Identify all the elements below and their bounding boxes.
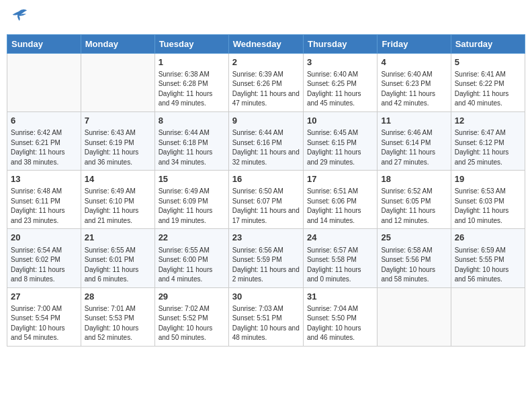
calendar-cell: 8Sunrise: 6:44 AM Sunset: 6:18 PM Daylig…: [154, 111, 228, 170]
day-number: 24: [307, 232, 373, 244]
day-info: Sunrise: 6:57 AM Sunset: 5:58 PM Dayligh…: [307, 246, 373, 285]
day-number: 6: [11, 115, 77, 127]
day-info: Sunrise: 6:49 AM Sunset: 6:10 PM Dayligh…: [85, 187, 151, 226]
calendar-cell: 29Sunrise: 7:02 AM Sunset: 5:52 PM Dayli…: [154, 287, 228, 346]
day-info: Sunrise: 7:01 AM Sunset: 5:53 PM Dayligh…: [85, 304, 151, 343]
calendar-cell: 22Sunrise: 6:55 AM Sunset: 6:00 PM Dayli…: [154, 229, 228, 287]
calendar-cell: 1Sunrise: 6:38 AM Sunset: 6:28 PM Daylig…: [154, 53, 228, 111]
weekday-header-saturday: Saturday: [451, 34, 525, 53]
day-info: Sunrise: 6:55 AM Sunset: 6:00 PM Dayligh…: [159, 246, 225, 285]
day-number: 26: [455, 232, 521, 244]
calendar-week-row: 1Sunrise: 6:38 AM Sunset: 6:28 PM Daylig…: [7, 53, 525, 111]
day-info: Sunrise: 6:47 AM Sunset: 6:12 PM Dayligh…: [455, 128, 521, 167]
calendar-cell: 20Sunrise: 6:54 AM Sunset: 6:02 PM Dayli…: [7, 229, 81, 287]
calendar-cell: 17Sunrise: 6:51 AM Sunset: 6:06 PM Dayli…: [303, 171, 377, 229]
day-number: 11: [381, 115, 447, 127]
calendar-cell: 10Sunrise: 6:45 AM Sunset: 6:15 PM Dayli…: [303, 111, 377, 170]
day-number: 19: [455, 173, 521, 185]
day-info: Sunrise: 6:55 AM Sunset: 6:01 PM Dayligh…: [85, 246, 151, 285]
page-header: [7, 7, 525, 29]
calendar-cell: 15Sunrise: 6:49 AM Sunset: 6:09 PM Dayli…: [154, 171, 228, 229]
weekday-header-monday: Monday: [81, 34, 154, 53]
day-number: 21: [85, 232, 151, 244]
day-number: 12: [455, 115, 521, 127]
calendar-cell: 24Sunrise: 6:57 AM Sunset: 5:58 PM Dayli…: [303, 229, 377, 287]
day-number: 16: [232, 173, 300, 185]
calendar-week-row: 27Sunrise: 7:00 AM Sunset: 5:54 PM Dayli…: [7, 287, 525, 346]
day-number: 9: [232, 115, 300, 127]
calendar-cell: 2Sunrise: 6:39 AM Sunset: 6:26 PM Daylig…: [228, 53, 303, 111]
day-info: Sunrise: 7:04 AM Sunset: 5:50 PM Dayligh…: [307, 304, 373, 343]
calendar-cell: 3Sunrise: 6:40 AM Sunset: 6:25 PM Daylig…: [303, 53, 377, 111]
day-number: 25: [381, 232, 447, 244]
day-info: Sunrise: 6:39 AM Sunset: 6:26 PM Dayligh…: [232, 70, 300, 109]
day-info: Sunrise: 7:00 AM Sunset: 5:54 PM Dayligh…: [11, 304, 77, 343]
day-info: Sunrise: 6:45 AM Sunset: 6:15 PM Dayligh…: [307, 128, 373, 167]
calendar-cell: 9Sunrise: 6:44 AM Sunset: 6:16 PM Daylig…: [228, 111, 303, 170]
calendar-cell: 27Sunrise: 7:00 AM Sunset: 5:54 PM Dayli…: [7, 287, 81, 346]
calendar-cell: 6Sunrise: 6:42 AM Sunset: 6:21 PM Daylig…: [7, 111, 81, 170]
calendar-cell: [81, 53, 154, 111]
calendar-cell: 25Sunrise: 6:58 AM Sunset: 5:56 PM Dayli…: [378, 229, 451, 287]
day-number: 28: [85, 291, 151, 303]
day-number: 1: [159, 56, 225, 68]
day-number: 10: [307, 115, 373, 127]
day-info: Sunrise: 6:43 AM Sunset: 6:19 PM Dayligh…: [85, 128, 151, 167]
calendar-cell: [451, 287, 525, 346]
calendar-week-row: 13Sunrise: 6:48 AM Sunset: 6:11 PM Dayli…: [7, 171, 525, 229]
day-info: Sunrise: 6:51 AM Sunset: 6:06 PM Dayligh…: [307, 187, 373, 226]
day-number: 20: [11, 232, 77, 244]
day-info: Sunrise: 6:42 AM Sunset: 6:21 PM Dayligh…: [11, 128, 77, 167]
calendar-cell: 4Sunrise: 6:40 AM Sunset: 6:23 PM Daylig…: [378, 53, 451, 111]
calendar-table: SundayMondayTuesdayWednesdayThursdayFrid…: [7, 34, 525, 347]
weekday-header-friday: Friday: [378, 34, 451, 53]
calendar-cell: [378, 287, 451, 346]
day-info: Sunrise: 6:52 AM Sunset: 6:05 PM Dayligh…: [381, 187, 447, 226]
calendar-cell: 14Sunrise: 6:49 AM Sunset: 6:10 PM Dayli…: [81, 171, 154, 229]
day-info: Sunrise: 6:38 AM Sunset: 6:28 PM Dayligh…: [159, 70, 225, 109]
calendar-cell: 12Sunrise: 6:47 AM Sunset: 6:12 PM Dayli…: [451, 111, 525, 170]
weekday-header-thursday: Thursday: [303, 34, 377, 53]
day-info: Sunrise: 6:40 AM Sunset: 6:25 PM Dayligh…: [307, 70, 373, 109]
day-number: 8: [159, 115, 225, 127]
day-number: 22: [159, 232, 225, 244]
calendar-cell: 13Sunrise: 6:48 AM Sunset: 6:11 PM Dayli…: [7, 171, 81, 229]
calendar-cell: 30Sunrise: 7:03 AM Sunset: 5:51 PM Dayli…: [228, 287, 303, 346]
calendar-cell: 26Sunrise: 6:59 AM Sunset: 5:55 PM Dayli…: [451, 229, 525, 287]
day-info: Sunrise: 6:56 AM Sunset: 5:59 PM Dayligh…: [232, 246, 300, 285]
calendar-cell: 11Sunrise: 6:46 AM Sunset: 6:14 PM Dayli…: [378, 111, 451, 170]
day-info: Sunrise: 6:59 AM Sunset: 5:55 PM Dayligh…: [455, 246, 521, 285]
day-info: Sunrise: 6:58 AM Sunset: 5:56 PM Dayligh…: [381, 246, 447, 285]
day-info: Sunrise: 6:44 AM Sunset: 6:18 PM Dayligh…: [159, 128, 225, 167]
weekday-header-tuesday: Tuesday: [154, 34, 228, 53]
day-info: Sunrise: 7:03 AM Sunset: 5:51 PM Dayligh…: [232, 304, 300, 343]
day-info: Sunrise: 6:46 AM Sunset: 6:14 PM Dayligh…: [381, 128, 447, 167]
calendar-cell: [7, 53, 81, 111]
day-info: Sunrise: 6:48 AM Sunset: 6:11 PM Dayligh…: [11, 187, 77, 226]
calendar-cell: 5Sunrise: 6:41 AM Sunset: 6:22 PM Daylig…: [451, 53, 525, 111]
day-number: 30: [232, 291, 300, 303]
day-number: 18: [381, 173, 447, 185]
day-number: 27: [11, 291, 77, 303]
day-number: 15: [159, 173, 225, 185]
day-info: Sunrise: 6:44 AM Sunset: 6:16 PM Dayligh…: [232, 128, 300, 167]
weekday-header-sunday: Sunday: [7, 34, 81, 53]
day-number: 31: [307, 291, 373, 303]
calendar-cell: 23Sunrise: 6:56 AM Sunset: 5:59 PM Dayli…: [228, 229, 303, 287]
day-number: 5: [455, 56, 521, 68]
calendar-cell: 18Sunrise: 6:52 AM Sunset: 6:05 PM Dayli…: [378, 171, 451, 229]
calendar-week-row: 20Sunrise: 6:54 AM Sunset: 6:02 PM Dayli…: [7, 229, 525, 287]
day-info: Sunrise: 6:40 AM Sunset: 6:23 PM Dayligh…: [381, 70, 447, 109]
day-number: 13: [11, 173, 77, 185]
calendar-cell: 7Sunrise: 6:43 AM Sunset: 6:19 PM Daylig…: [81, 111, 154, 170]
day-number: 4: [381, 56, 447, 68]
day-number: 29: [159, 291, 225, 303]
logo-bird-icon: [9, 7, 28, 26]
day-info: Sunrise: 6:50 AM Sunset: 6:07 PM Dayligh…: [232, 187, 300, 226]
day-info: Sunrise: 6:53 AM Sunset: 6:03 PM Dayligh…: [455, 187, 521, 226]
calendar-cell: 16Sunrise: 6:50 AM Sunset: 6:07 PM Dayli…: [228, 171, 303, 229]
calendar-cell: 19Sunrise: 6:53 AM Sunset: 6:03 PM Dayli…: [451, 171, 525, 229]
day-info: Sunrise: 6:41 AM Sunset: 6:22 PM Dayligh…: [455, 70, 521, 109]
day-number: 3: [307, 56, 373, 68]
calendar-header-row: SundayMondayTuesdayWednesdayThursdayFrid…: [7, 34, 525, 53]
